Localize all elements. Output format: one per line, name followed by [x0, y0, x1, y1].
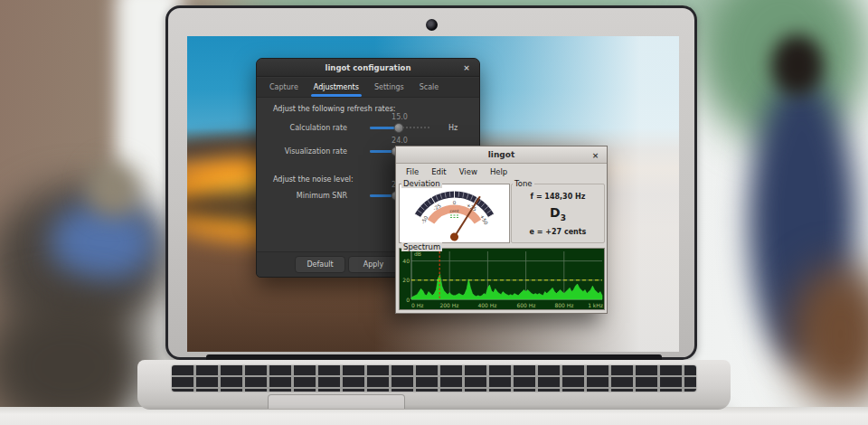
- visualization-rate-value: 24.0: [370, 137, 429, 145]
- calculation-rate-value: 15.0: [370, 113, 429, 121]
- xtick-400: 400 Hz: [477, 302, 496, 308]
- xtick-800: 800 Hz: [554, 302, 573, 308]
- background-person-head-left: [86, 161, 140, 217]
- spectrum-frame-label: Spectrum: [401, 242, 442, 251]
- config-titlebar[interactable]: lingot configuration ×: [257, 59, 479, 77]
- ytick-20: 20: [402, 277, 410, 283]
- tuner-window-title: lingot: [488, 150, 515, 159]
- xtick-200: 200 Hz: [439, 302, 458, 308]
- spectrum-area: [411, 274, 602, 299]
- laptop-trackpad: [268, 394, 405, 409]
- menu-file[interactable]: File: [400, 167, 425, 176]
- calculation-rate-label: Calculation rate: [264, 124, 347, 132]
- webcam: [426, 19, 438, 31]
- noise-level-heading: Adjust the noise level:: [273, 175, 354, 184]
- frequency-readout: f = 148,30 Hz: [512, 193, 604, 201]
- slider-handle[interactable]: [393, 123, 403, 133]
- photo-scene: lingot configuration × Capture Adjustmen…: [0, 0, 868, 425]
- default-button[interactable]: Default: [295, 256, 345, 273]
- deviation-frame-label: Deviation: [401, 179, 442, 188]
- note-readout: D3: [512, 205, 604, 222]
- note-letter: D: [550, 205, 561, 220]
- menu-help[interactable]: Help: [484, 167, 514, 176]
- background-standing-person-head: [771, 34, 824, 96]
- svg-text:0: 0: [453, 200, 457, 205]
- spectrum-svg: dB 0 20 40 0 Hz 200 Hz 400 Hz 600 Hz 800…: [400, 249, 604, 309]
- tab-capture[interactable]: Capture: [269, 78, 298, 97]
- deviation-gauge: -50-250+25+50 cent: [399, 184, 510, 243]
- minimum-snr-label: Minimum SNR: [264, 192, 347, 200]
- gauge-svg: -50-250+25+50 cent: [400, 184, 509, 242]
- ytick-40: 40: [402, 258, 410, 264]
- close-icon[interactable]: ×: [461, 62, 472, 73]
- menu-view[interactable]: View: [453, 167, 484, 176]
- apply-button[interactable]: Apply: [348, 256, 399, 273]
- gauge-cent-label: cent: [449, 209, 458, 213]
- tone-frame-label: Tone: [513, 179, 534, 188]
- calculation-rate-unit: Hz: [448, 124, 458, 132]
- gauge-pivot: [448, 231, 459, 242]
- xtick-600: 600 Hz: [516, 302, 535, 308]
- gauge-zero-marker: [450, 215, 458, 218]
- tuner-window: lingot × File Edit View Help Deviation -…: [395, 146, 608, 314]
- laptop-keyboard: [172, 365, 696, 392]
- tab-scale[interactable]: Scale: [420, 78, 439, 97]
- xtick-0: 0 Hz: [411, 302, 423, 308]
- visualization-rate-label: Visualization rate: [264, 147, 347, 156]
- close-icon[interactable]: ×: [590, 150, 600, 160]
- xtick-1k: 1 kHz: [588, 302, 603, 308]
- note-octave: 3: [561, 213, 566, 222]
- ytick-0: 0: [406, 297, 410, 303]
- db-axis-label: dB: [414, 250, 421, 257]
- calculation-rate-slider[interactable]: [370, 123, 429, 133]
- spectrum-panel: dB 0 20 40 0 Hz 200 Hz 400 Hz 600 Hz 800…: [399, 248, 605, 310]
- laptop-screen: lingot configuration × Capture Adjustmen…: [187, 36, 679, 352]
- refresh-rates-heading: Adjust the following refresh rates:: [273, 105, 396, 113]
- tone-panel: f = 148,30 Hz D3 e = +27 cents: [511, 184, 605, 243]
- config-tabbar: Capture Adjustments Settings Scale: [257, 78, 479, 98]
- tab-settings[interactable]: Settings: [374, 78, 404, 97]
- menu-edit[interactable]: Edit: [425, 167, 452, 176]
- tuner-menubar: File Edit View Help: [396, 164, 607, 179]
- tab-adjustments[interactable]: Adjustments: [314, 78, 359, 97]
- tuner-titlebar[interactable]: lingot ×: [396, 146, 607, 164]
- error-readout: e = +27 cents: [512, 228, 604, 236]
- desk-surface: [0, 407, 868, 425]
- config-window-title: lingot configuration: [326, 63, 411, 72]
